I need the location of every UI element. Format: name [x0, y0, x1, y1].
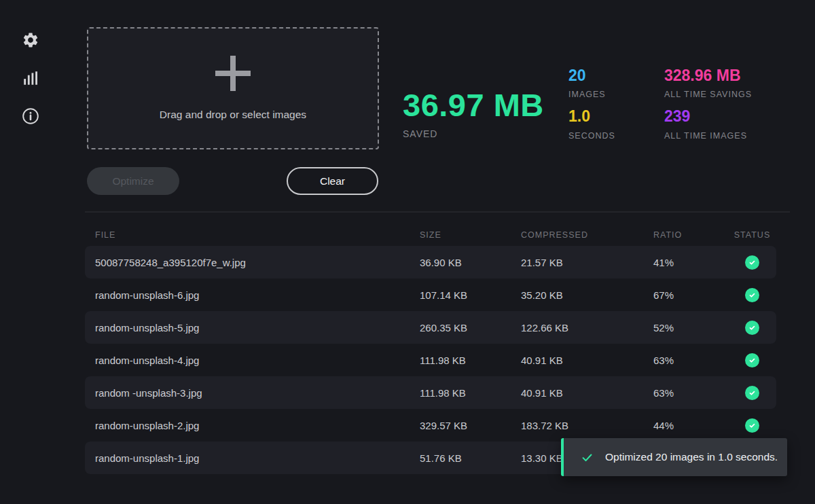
- check-circle-icon: [745, 386, 759, 400]
- ratio-cell: 41%: [653, 257, 728, 268]
- stats-nav-button[interactable]: [20, 69, 41, 90]
- dropzone[interactable]: Drag and drop or select images: [87, 27, 379, 149]
- all-time-savings-value: 328.96 MB: [664, 67, 752, 84]
- images-value: 20: [568, 67, 615, 84]
- check-circle-icon: [745, 255, 759, 270]
- seconds-value: 1.0: [568, 108, 615, 125]
- file-cell: random-unsplash-5.jpg: [85, 322, 420, 334]
- all-time-savings-label: ALL TIME SAVINGS: [664, 90, 752, 99]
- file-cell: random-unsplash-2.jpg: [85, 420, 420, 431]
- file-cell: random -unsplash-3.jpg: [85, 387, 420, 399]
- compressed-cell: 40.91 KB: [521, 355, 653, 366]
- status-cell: [728, 386, 776, 400]
- table-row: random-unsplash-5.jpg 260.35 KB 122.66 K…: [85, 311, 776, 344]
- size-cell: 260.35 KB: [420, 322, 521, 334]
- stat-session-column: 20 IMAGES 1.0 SECONDS: [568, 67, 615, 149]
- saved-label: SAVED: [403, 128, 544, 139]
- file-cell: random-unsplash-4.jpg: [85, 355, 420, 366]
- table-row: random-unsplash-4.jpg 111.98 KB 40.91 KB…: [85, 344, 776, 376]
- check-circle-icon: [745, 418, 759, 433]
- compressed-cell: 40.91 KB: [521, 387, 653, 399]
- header-ratio: RATIO: [653, 230, 728, 240]
- table-row: random -unsplash-3.jpg 111.98 KB 40.91 K…: [85, 376, 776, 409]
- file-cell: random-unsplash-6.jpg: [85, 289, 420, 301]
- size-cell: 51.76 KB: [420, 452, 521, 464]
- images-label: IMAGES: [568, 90, 615, 99]
- size-cell: 36.90 KB: [420, 257, 521, 268]
- size-cell: 111.98 KB: [420, 355, 521, 366]
- header-status: STATUS: [728, 230, 776, 240]
- info-icon: [22, 107, 39, 128]
- ratio-cell: 44%: [653, 420, 728, 431]
- compressed-cell: 35.20 KB: [521, 289, 653, 301]
- check-icon: [581, 451, 594, 464]
- table-row: 50087758248_a395120f7e_w.jpg 36.90 KB 21…: [85, 246, 776, 278]
- status-cell: [728, 255, 776, 270]
- ratio-cell: 52%: [653, 322, 728, 334]
- optimize-button[interactable]: Optimize: [87, 167, 179, 195]
- ratio-cell: 63%: [653, 355, 728, 366]
- sidebar: [0, 0, 61, 504]
- check-circle-icon: [745, 321, 759, 335]
- toast-notification: Optimized 20 images in 1.0 seconds.: [561, 438, 787, 476]
- status-cell: [728, 418, 776, 433]
- plus-icon: [215, 56, 251, 91]
- compressed-cell: 122.66 KB: [521, 322, 653, 334]
- header-compressed: COMPRESSED: [521, 230, 653, 240]
- toast-message: Optimized 20 images in 1.0 seconds.: [605, 451, 778, 463]
- results-table: FILE SIZE COMPRESSED RATIO STATUS 500877…: [85, 224, 776, 474]
- clear-button[interactable]: Clear: [287, 167, 378, 195]
- header-file: FILE: [85, 230, 420, 240]
- compressed-cell: 21.57 KB: [521, 257, 653, 268]
- size-cell: 111.98 KB: [420, 387, 521, 399]
- file-cell: 50087758248_a395120f7e_w.jpg: [85, 257, 420, 268]
- check-circle-icon: [745, 353, 759, 367]
- file-cell: random-unsplash-1.jpg: [85, 452, 420, 464]
- settings-nav-button[interactable]: [20, 31, 41, 52]
- size-cell: 107.14 KB: [420, 289, 521, 301]
- all-time-images-value: 239: [664, 108, 752, 125]
- ratio-cell: 63%: [653, 387, 728, 399]
- table-header: FILE SIZE COMPRESSED RATIO STATUS: [85, 224, 776, 246]
- status-cell: [728, 288, 776, 302]
- saved-value: 36.97 MB: [403, 89, 544, 121]
- table-row: random-unsplash-6.jpg 107.14 KB 35.20 KB…: [85, 278, 776, 311]
- status-cell: [728, 353, 776, 367]
- ratio-cell: 67%: [653, 289, 728, 301]
- stat-alltime-column: 328.96 MB ALL TIME SAVINGS 239 ALL TIME …: [664, 67, 752, 149]
- size-cell: 329.57 KB: [420, 420, 521, 431]
- stat-saved: 36.97 MB SAVED: [403, 89, 544, 139]
- gear-icon: [22, 31, 39, 52]
- compressed-cell: 183.72 KB: [521, 420, 653, 431]
- header-size: SIZE: [420, 230, 521, 240]
- check-circle-icon: [745, 288, 759, 302]
- seconds-label: SECONDS: [568, 131, 615, 141]
- table-row: random-unsplash-2.jpg 329.57 KB 183.72 K…: [85, 409, 776, 442]
- section-divider: [85, 211, 790, 213]
- all-time-images-label: ALL TIME IMAGES: [664, 131, 752, 141]
- dropzone-label: Drag and drop or select images: [160, 109, 306, 121]
- about-nav-button[interactable]: [20, 107, 41, 128]
- bar-chart-icon: [22, 69, 39, 90]
- status-cell: [728, 321, 776, 335]
